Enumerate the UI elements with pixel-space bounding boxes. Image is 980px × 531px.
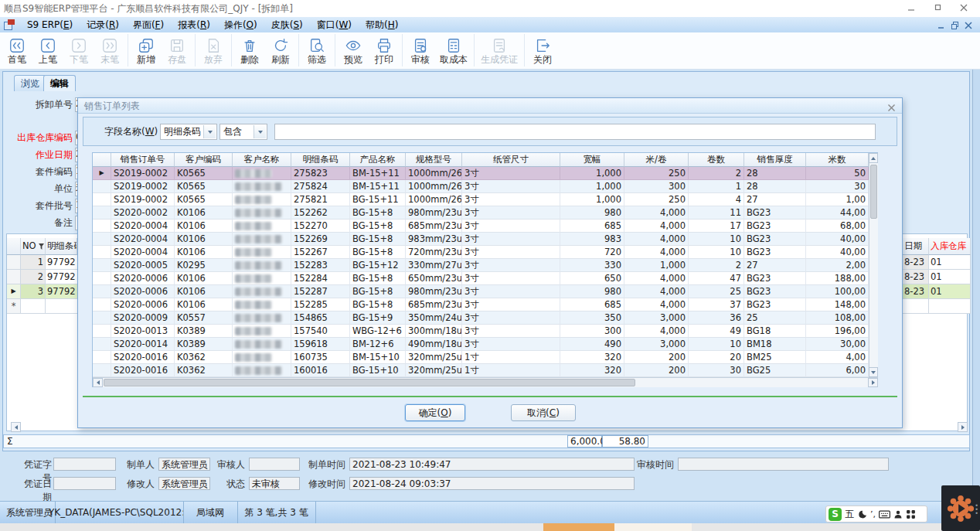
toolbar-audit-button[interactable]: 审核 [405,32,436,70]
close-icon[interactable] [951,0,977,17]
new-row-selector[interactable]: * [7,299,21,314]
row-selector[interactable] [93,259,111,272]
grid-hscroll-left-arrow-icon[interactable] [11,422,21,432]
menu-item-4[interactable]: 操作(O) [217,17,264,32]
dialog-close-icon[interactable] [887,101,896,117]
vscroll-up-arrow-icon[interactable] [869,153,878,163]
order-row[interactable]: S2020-0006K0106152285BG-15+8685mm/23um..… [93,298,869,311]
menu-item-5[interactable]: 皮肤(S) [264,17,310,32]
table-vscrollbar[interactable] [869,153,878,377]
column-header-6[interactable]: 纸管尺寸 [462,153,560,167]
column-header-7[interactable]: 宽幅 [560,153,624,167]
person-icon[interactable] [893,509,903,519]
row-selector[interactable] [93,220,111,233]
row-selector[interactable] [93,246,111,259]
order-row[interactable]: S2020-0016K0362160016BG-15+10320mm/25um.… [93,364,869,377]
menu-item-2[interactable]: 界面(F) [126,17,171,32]
minimize-icon[interactable] [898,0,924,17]
column-header-5[interactable]: 规格型号 [406,153,462,167]
hscroll-left-arrow-icon[interactable] [93,378,103,387]
table-hscrollbar[interactable] [93,377,878,387]
moon-icon[interactable] [857,509,867,519]
order-row[interactable]: S2020-0004K0106152267BG-15+8720mm/23um..… [93,246,869,259]
field-name-combo[interactable]: 明细条码 [160,124,217,140]
toolbar-preview-button[interactable]: 预览 [338,32,369,70]
combo-dropdown-icon[interactable] [254,125,266,138]
order-row[interactable]: S2020-0006K0106152284BG-15+8650mm/23um..… [93,272,869,285]
cell-warehouse[interactable]: 01 [929,255,971,270]
row-selector[interactable] [93,272,111,285]
cell-barcode[interactable]: 97792 [46,270,77,284]
tab-browse[interactable]: 浏览 [14,75,46,91]
keyboard-icon[interactable] [879,509,890,519]
column-header-2[interactable]: 客户名称 [233,153,291,167]
row-selector[interactable]: ▶ [7,284,21,299]
column-header-8[interactable]: 米/卷 [624,153,689,167]
cell-barcode[interactable]: 97792 [46,255,77,270]
column-header-4[interactable]: 产品名称 [350,153,406,167]
row-selector[interactable] [93,206,111,220]
ime-logo-icon[interactable]: S [829,508,842,521]
column-header-11[interactable]: 米数 [806,153,869,167]
toolbar-delete-button[interactable]: 删除 [234,32,265,70]
row-selector[interactable] [93,180,111,193]
filter-value-input[interactable] [274,124,876,140]
column-header-9[interactable]: 卷数 [689,153,744,167]
order-row[interactable]: S2020-0004K0106152269BG-15+8983mm/23um..… [93,233,869,246]
dialog-titlebar[interactable]: 销售订单列表 [78,98,902,114]
order-row[interactable]: S2020-0009K0557154865BG-15+9350mm/24um..… [93,311,869,325]
menu-item-0[interactable]: S9 ERP(E) [20,17,80,32]
column-header-3[interactable]: 明细条码 [291,153,350,167]
grid-icon[interactable] [906,509,916,519]
ok-button[interactable]: 确定(O) [405,404,465,421]
sales-order-table[interactable]: 销售订单号客户编码客户名称明细条码产品名称规格型号纸管尺寸宽幅米/卷卷数销售厚度… [92,152,878,387]
vscroll-down-arrow-icon[interactable] [869,367,878,377]
operator-combo[interactable]: 包含 [219,124,267,140]
row-selector[interactable] [93,364,111,377]
cell-warehouse[interactable]: 01 [929,284,971,299]
vscroll-thumb[interactable] [870,165,877,219]
order-row[interactable]: S2020-0014K0389159618BM-12+6490mm/18um..… [93,338,869,351]
order-row[interactable]: S2020-0004K0106152270BG-15+8685mm/23um..… [93,220,869,233]
toolbar-refresh-button[interactable]: 刷新 [265,32,296,70]
toolbar-cost-button[interactable]: 取成本 [436,32,471,70]
hscroll-thumb[interactable] [104,379,635,386]
row-selector[interactable] [93,311,111,325]
row-selector[interactable] [93,233,111,246]
order-row[interactable]: S2019-0002K0565275821BG-15+111000mm/26u.… [93,193,869,206]
combo-dropdown-icon[interactable] [203,125,216,138]
row-selector[interactable] [93,338,111,351]
tab-edit[interactable]: 编辑 [43,75,76,91]
order-row[interactable]: S2020-0013K0389157540WBG-12+6300mm/18um.… [93,325,869,338]
gear-play-icon[interactable] [946,494,975,523]
column-header-10[interactable]: 销售厚度 [744,153,806,167]
order-row[interactable]: S2020-0005K0295152283BG-15+12330mm/27um.… [93,259,869,272]
mdi-close-icon[interactable] [964,19,976,30]
row-selector-header[interactable] [93,153,111,167]
ime-mode-label[interactable]: 五 [845,508,854,521]
order-row[interactable]: S2019-0002K0565275824BM-15+111000mm/26u.… [93,180,869,193]
menu-item-7[interactable]: 帮助(H) [359,17,405,32]
menu-item-1[interactable]: 记录(R) [80,17,126,32]
order-row[interactable]: ▶S2019-0002K0565275823BM-15+111000mm/26u… [93,167,869,180]
row-selector[interactable] [7,255,21,270]
ime-punct-icon[interactable]: ’, [870,509,876,519]
grid-hscroll-right-arrow-icon[interactable] [958,422,968,432]
mdi-restore-icon[interactable] [951,19,963,30]
row-selector[interactable]: ▶ [93,167,111,180]
toolbar-close-button[interactable]: 关闭 [527,32,558,70]
menu-item-6[interactable]: 窗口(W) [310,17,359,32]
cancel-button[interactable]: 取消(C) [511,404,576,421]
row-selector[interactable] [93,193,111,206]
order-row[interactable]: S2020-0002K0106152262BG-15+8980mm/23um..… [93,206,869,220]
order-row[interactable]: S2020-0016K0362160735BM-15+10320mm/25um.… [93,351,869,364]
toolbar-print-button[interactable]: 打印 [369,32,400,70]
row-selector[interactable] [93,325,111,338]
hscroll-right-arrow-icon[interactable] [868,378,878,387]
mdi-minimize-icon[interactable] [937,19,949,30]
row-selector[interactable] [93,285,111,298]
column-header-1[interactable]: 客户编码 [175,153,233,167]
maximize-icon[interactable] [924,0,951,17]
menu-item-3[interactable]: 报表(R) [171,17,217,32]
corner-widget[interactable]: ••• [941,485,980,531]
